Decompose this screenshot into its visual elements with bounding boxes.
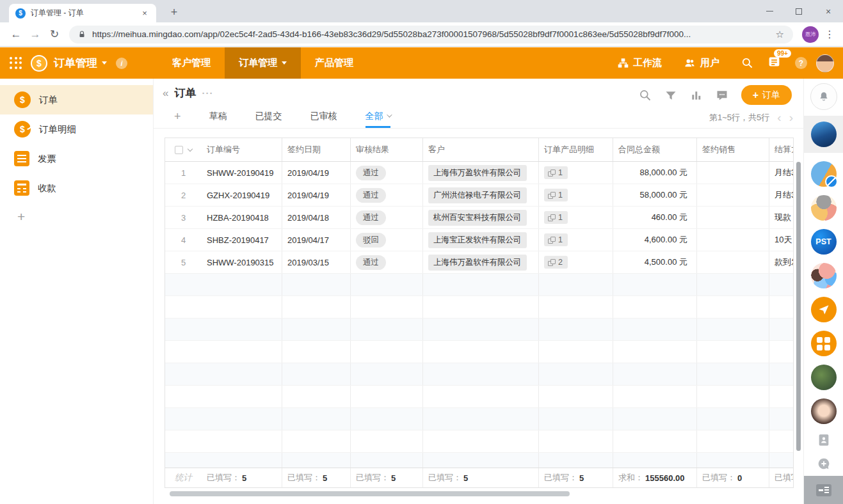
tab-close-icon[interactable]: × — [140, 8, 150, 18]
new-chat-button[interactable] — [816, 456, 831, 471]
users-button[interactable]: 用户 — [684, 57, 719, 69]
new-order-button[interactable]: + 订单 — [741, 85, 792, 105]
nav-item-products[interactable]: 产品管理 — [301, 47, 367, 79]
detail-count-tag[interactable]: 1 — [544, 211, 568, 224]
app-title-caret-icon[interactable] — [102, 61, 107, 65]
forward-button[interactable]: → — [26, 25, 45, 44]
horizontal-scrollbar[interactable] — [170, 491, 570, 496]
detail-count-tag[interactable]: 1 — [544, 189, 568, 201]
table-row[interactable]: 5 SHWW-20190315 2019/03/15 通过 上海伟万盈软件有限公… — [165, 251, 793, 274]
detail-count-tag[interactable]: 2 — [544, 256, 568, 269]
select-all-checkbox[interactable] — [175, 146, 183, 154]
tab-favicon-icon: $ — [15, 8, 26, 19]
new-tab-button[interactable]: + — [165, 3, 183, 21]
vertical-scrollbar[interactable] — [796, 162, 801, 451]
detail-count-tag[interactable]: 1 — [544, 233, 568, 246]
group-chat-avatar[interactable] — [811, 195, 837, 221]
receipt-icon — [14, 180, 29, 196]
column-header[interactable]: 签约销售 — [697, 138, 769, 161]
sidebar-item-orders[interactable]: $ 订单 — [0, 85, 153, 114]
chat-item-selected[interactable] — [804, 116, 843, 153]
app-title[interactable]: 订单管理 — [54, 56, 97, 70]
table-row[interactable]: 2 GZHX-20190419 2019/04/19 通过 广州洪信禄电子有限公… — [165, 184, 793, 207]
browser-menu-icon[interactable]: ⋮ — [823, 28, 837, 40]
status-badge: 通过 — [356, 210, 386, 225]
header-chevron-icon[interactable] — [188, 146, 193, 151]
status-badge: 通过 — [356, 255, 386, 270]
apps-button[interactable] — [811, 331, 837, 356]
group-chat-avatar[interactable]: PST — [811, 229, 837, 255]
collapse-sidebar-icon[interactable]: « — [163, 87, 168, 100]
next-page-icon[interactable]: › — [789, 107, 793, 128]
customer-tag[interactable]: 上海伟万盈软件有限公司 — [428, 165, 527, 181]
filter-icon[interactable] — [664, 89, 677, 102]
chat-plus-icon — [817, 457, 831, 471]
table-row[interactable]: 1 SHWW-20190419 2019/04/19 通过 上海伟万盈软件有限公… — [165, 162, 793, 184]
global-search-icon[interactable] — [741, 57, 753, 69]
tab-reviewed[interactable]: 已审核 — [310, 106, 337, 128]
table-row[interactable]: 3 HZBA-20190418 2019/04/18 通过 杭州百安宝科技有限公… — [165, 207, 793, 229]
chat-avatar[interactable] — [811, 365, 837, 390]
notifications-button[interactable] — [810, 83, 837, 110]
sidebar-item-invoices[interactable]: 发票 — [0, 144, 153, 173]
search-icon[interactable] — [639, 89, 652, 102]
customer-tag[interactable]: 杭州百安宝科技有限公司 — [428, 210, 527, 226]
tab-draft[interactable]: 草稿 — [209, 106, 227, 128]
customer-tag[interactable]: 上海宝正发软件有限公司 — [428, 232, 527, 248]
sidebar-item-payments[interactable]: 收款 — [0, 173, 153, 203]
column-header[interactable]: 订单产品明细 — [539, 138, 613, 161]
discussion-icon[interactable] — [716, 89, 728, 102]
detail-count-tag[interactable]: 1 — [544, 166, 568, 179]
bell-icon — [818, 91, 830, 102]
inbox-button[interactable]: 99+ — [767, 55, 781, 71]
add-view-button[interactable]: + — [174, 107, 181, 128]
app-info-icon[interactable]: i — [116, 58, 127, 69]
browser-tab[interactable]: $ 订单管理 - 订单 × — [9, 4, 156, 22]
amount-cell: 4,500.00 元 — [613, 251, 697, 273]
chat-avatar[interactable] — [811, 161, 837, 187]
group-chat-avatar[interactable] — [811, 263, 837, 288]
nav-item-orders[interactable]: 订单管理 — [225, 47, 301, 79]
more-options-icon[interactable]: ··· — [202, 88, 213, 98]
column-header[interactable]: 合同总金额 — [613, 138, 697, 161]
chat-rail: PST — [803, 79, 843, 504]
bookmark-star-icon[interactable]: ☆ — [776, 29, 784, 40]
chat-avatar[interactable] — [811, 398, 837, 424]
column-header[interactable]: 客户 — [423, 138, 539, 161]
nav-item-customers[interactable]: 客户管理 — [158, 47, 225, 79]
column-header[interactable]: 结算方式 — [769, 138, 793, 161]
window-close-button[interactable]: × — [814, 0, 843, 22]
help-icon[interactable]: ? — [795, 57, 807, 69]
workflow-button[interactable]: 工作流 — [618, 57, 662, 69]
settlement-cell: 月结3 — [769, 184, 793, 206]
apps-grid-icon[interactable] — [10, 57, 22, 70]
prev-page-icon[interactable]: ‹ — [777, 107, 781, 128]
sidebar-item-order-details[interactable]: $ 订单明细 — [0, 114, 153, 144]
customer-tag[interactable]: 广州洪信禄电子有限公司 — [428, 187, 527, 203]
collapse-panel-button[interactable] — [804, 476, 843, 504]
column-header[interactable]: 审核结果 — [351, 138, 423, 161]
column-header[interactable]: 订单编号 — [202, 138, 282, 161]
tab-title: 订单管理 - 订单 — [31, 8, 140, 19]
chart-icon[interactable] — [690, 89, 703, 102]
address-bar[interactable]: https://meihua.mingdao.com/app/02ec5c4f-… — [69, 26, 793, 43]
browser-tab-bar: $ 订单管理 - 订单 × + × — [0, 0, 843, 22]
reload-button[interactable]: ↻ — [45, 25, 64, 44]
user-avatar[interactable] — [816, 54, 834, 72]
send-button[interactable] — [811, 297, 837, 322]
address-book-button[interactable] — [816, 432, 831, 448]
window-maximize-button[interactable] — [784, 0, 814, 22]
window-minimize-button[interactable] — [755, 0, 784, 22]
tab-all[interactable]: 全部 — [365, 106, 390, 128]
table-row[interactable]: 4 SHBZ-20190417 2019/04/17 驳回 上海宝正发软件有限公… — [165, 229, 793, 251]
browser-profile-avatar[interactable]: 恩沛 — [802, 26, 819, 43]
column-header[interactable]: 签约日期 — [282, 138, 351, 161]
back-button[interactable]: ← — [6, 25, 26, 44]
empty-rows-area — [165, 274, 793, 468]
settlement-cell: 现款 — [769, 207, 793, 228]
notification-badge: 99+ — [774, 49, 791, 58]
customer-tag[interactable]: 上海伟万盈软件有限公司 — [428, 255, 527, 271]
invoice-icon — [14, 151, 29, 166]
add-worksheet-button[interactable]: + — [17, 209, 153, 224]
tab-submitted[interactable]: 已提交 — [255, 106, 282, 128]
